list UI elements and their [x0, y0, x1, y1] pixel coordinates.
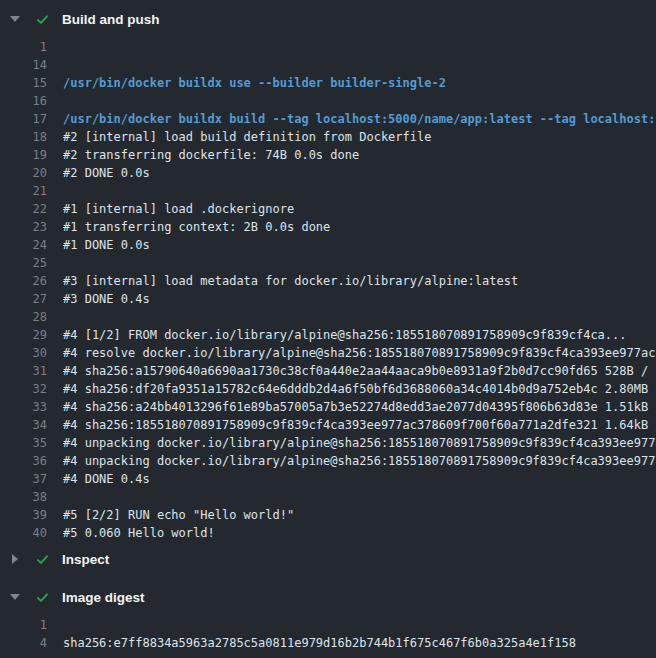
log-line-text: #5 [2/2] RUN echo "Hello world!": [63, 506, 656, 524]
log-line[interactable]: 32 #4 sha256:df20fa9351a15782c64e6dddb2d…: [0, 380, 656, 398]
log-line[interactable]: 35 #4 unpacking docker.io/library/alpine…: [0, 434, 656, 452]
log-line-text: #4 DONE 0.4s: [63, 470, 656, 488]
log-line-text: #5 0.060 Hello world!: [63, 524, 656, 542]
log-line[interactable]: 29 #4 [1/2] FROM docker.io/library/alpin…: [0, 326, 656, 344]
line-number-link[interactable]: 14: [0, 56, 47, 74]
line-number-link[interactable]: 26: [0, 272, 47, 290]
log-line-text: #4 [1/2] FROM docker.io/library/alpine@s…: [63, 326, 656, 344]
section-header-image-digest[interactable]: Image digest: [0, 584, 656, 610]
line-number-link[interactable]: 24: [0, 236, 47, 254]
log-text: #5 [2/2] RUN echo "Hello world!": [63, 508, 294, 522]
log-line-text: /usr/bin/docker buildx build --tag local…: [63, 110, 656, 128]
success-check-icon: [30, 12, 54, 27]
log-line[interactable]: 30 #4 resolve docker.io/library/alpine@s…: [0, 344, 656, 362]
log-text: #4 unpacking docker.io/library/alpine@sh…: [63, 436, 656, 450]
line-number-link[interactable]: 23: [0, 218, 47, 236]
log-line-text: [63, 488, 656, 506]
line-number-link[interactable]: 35: [0, 434, 47, 452]
line-number-link[interactable]: 30: [0, 344, 47, 362]
log-line[interactable]: 33 #4 sha256:a24bb4013296f61e89ba57005a7…: [0, 398, 656, 416]
line-number-link[interactable]: 29: [0, 326, 47, 344]
line-number-link[interactable]: 19: [0, 146, 47, 164]
log-line[interactable]: 37 #4 DONE 0.4s: [0, 470, 656, 488]
log-line-text: sha256:e7ff8834a5963a2785c5a0811e979d16b…: [63, 634, 656, 652]
log-text: #1 [internal] load .dockerignore: [63, 202, 294, 216]
line-number-link[interactable]: 25: [0, 254, 47, 272]
line-number-link[interactable]: 40: [0, 524, 47, 542]
log-line-text: #4 unpacking docker.io/library/alpine@sh…: [63, 452, 656, 470]
line-number-link[interactable]: 4: [0, 634, 47, 652]
line-number-link[interactable]: 39: [0, 506, 47, 524]
log-line[interactable]: 36 #4 unpacking docker.io/library/alpine…: [0, 452, 656, 470]
log-line[interactable]: 17 /usr/bin/docker buildx build --tag lo…: [0, 110, 656, 128]
log-line-text: [63, 182, 656, 200]
log-line[interactable]: 22 #1 [internal] load .dockerignore: [0, 200, 656, 218]
log-text: #3 [internal] load metadata for docker.i…: [63, 274, 518, 288]
log-text: #4 unpacking docker.io/library/alpine@sh…: [63, 454, 656, 468]
log-line[interactable]: 24 #1 DONE 0.0s: [0, 236, 656, 254]
log-line[interactable]: 19 #2 transferring dockerfile: 74B 0.0s …: [0, 146, 656, 164]
log-line[interactable]: 23 #1 transferring context: 2B 0.0s done: [0, 218, 656, 236]
log-line[interactable]: 28: [0, 308, 656, 326]
log-line[interactable]: 18 #2 [internal] load build definition f…: [0, 128, 656, 146]
line-number-link[interactable]: 1: [0, 616, 47, 634]
log-line-text: #2 [internal] load build definition from…: [63, 128, 656, 146]
line-number-link[interactable]: 20: [0, 164, 47, 182]
log-line-text: #1 [internal] load .dockerignore: [63, 200, 656, 218]
line-number-link[interactable]: 15: [0, 74, 47, 92]
line-number-link[interactable]: 22: [0, 200, 47, 218]
log-line-text: #1 DONE 0.0s: [63, 236, 656, 254]
line-number-link[interactable]: 34: [0, 416, 47, 434]
log-text: #4 sha256:185518070891758909c9f839cf4ca3…: [63, 418, 656, 432]
success-check-icon: [30, 590, 54, 605]
log-line[interactable]: 34 #4 sha256:185518070891758909c9f839cf4…: [0, 416, 656, 434]
log-line-text: #4 sha256:a15790640a6690aa1730c38cf0a440…: [63, 362, 656, 380]
log-line-text: Run ./: [63, 38, 656, 56]
log-line[interactable]: 31 #4 sha256:a15790640a6690aa1730c38cf0a…: [0, 362, 656, 380]
log-line-text: [63, 254, 656, 272]
line-number-link[interactable]: 17: [0, 110, 47, 128]
log-line[interactable]: 27 #3 DONE 0.4s: [0, 290, 656, 308]
log-lines: 1 Run echo sha256:e7ff8834a5963a2785c5a0…: [0, 610, 656, 656]
log-line-text: Run echo sha256:e7ff8834a5963a2785c5a081…: [63, 616, 656, 634]
log-line[interactable]: 15 /usr/bin/docker buildx use --builder …: [0, 74, 656, 92]
log-text: #4 DONE 0.4s: [63, 472, 150, 486]
line-number-link[interactable]: 28: [0, 308, 47, 326]
line-number-link[interactable]: 21: [0, 182, 47, 200]
line-number-link[interactable]: 37: [0, 470, 47, 488]
line-number-link[interactable]: 38: [0, 488, 47, 506]
log-text: #1 transferring context: 2B 0.0s done: [63, 220, 330, 234]
log-line[interactable]: 38: [0, 488, 656, 506]
line-number-link[interactable]: 32: [0, 380, 47, 398]
log-line[interactable]: 1 Run echo sha256:e7ff8834a5963a2785c5a0…: [0, 616, 656, 634]
log-line-text: #4 unpacking docker.io/library/alpine@sh…: [63, 434, 656, 452]
log-line[interactable]: 40 #5 0.060 Hello world!: [0, 524, 656, 542]
log-line-text: #4 sha256:df20fa9351a15782c64e6dddb2d4a6…: [63, 380, 656, 398]
log-line[interactable]: 26 #3 [internal] load metadata for docke…: [0, 272, 656, 290]
line-number-link[interactable]: 27: [0, 290, 47, 308]
line-number-link[interactable]: 18: [0, 128, 47, 146]
log-line[interactable]: 25: [0, 254, 656, 272]
log-line[interactable]: 39 #5 [2/2] RUN echo "Hello world!": [0, 506, 656, 524]
line-number-link[interactable]: 31: [0, 362, 47, 380]
section-header-build-and-push[interactable]: Build and push: [0, 6, 656, 32]
log-line[interactable]: 14 Using builder instance builder-single…: [0, 56, 656, 74]
line-number-link[interactable]: 16: [0, 92, 47, 110]
log-text: #4 sha256:a24bb4013296f61e89ba57005a7b3e…: [63, 400, 656, 414]
log-text: #4 sha256:df20fa9351a15782c64e6dddb2d4a6…: [63, 382, 656, 396]
line-number-link[interactable]: 36: [0, 452, 47, 470]
log-section-build-and-push: Build and push 1 Run ./ 14 Using builder…: [0, 6, 656, 546]
log-line[interactable]: 1 Run ./: [0, 38, 656, 56]
log-line[interactable]: 16 Starting build...: [0, 92, 656, 110]
section-header-inspect[interactable]: Inspect: [0, 546, 656, 572]
line-number-link[interactable]: 1: [0, 38, 47, 56]
section-title: Inspect: [62, 552, 109, 567]
log-text: #2 transferring dockerfile: 74B 0.0s don…: [63, 148, 359, 162]
line-number-link[interactable]: 33: [0, 398, 47, 416]
chevron-down-icon: [10, 594, 20, 600]
log-text: #4 resolve docker.io/library/alpine@sha2…: [63, 346, 656, 360]
log-line[interactable]: 20 #2 DONE 0.0s: [0, 164, 656, 182]
log-text: #1 DONE 0.0s: [63, 238, 150, 252]
log-line[interactable]: 21: [0, 182, 656, 200]
log-line[interactable]: 4 sha256:e7ff8834a5963a2785c5a0811e979d1…: [0, 634, 656, 652]
